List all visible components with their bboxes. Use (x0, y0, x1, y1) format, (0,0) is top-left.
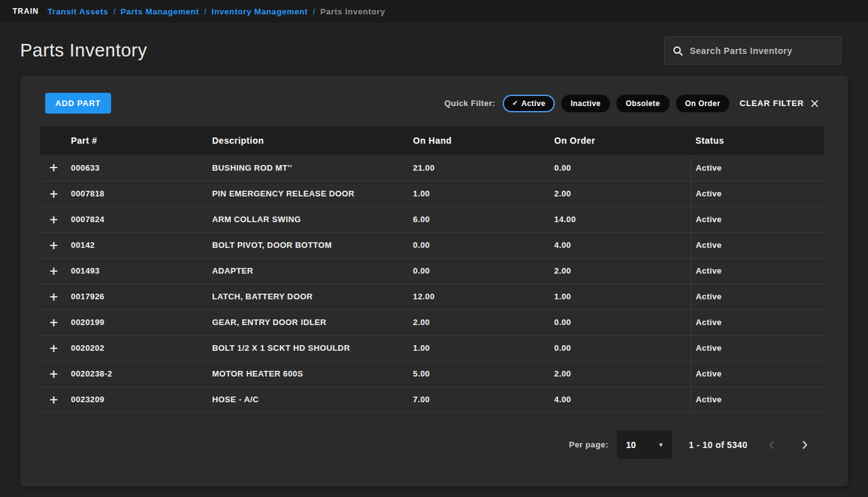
filter-chip-label: Active (522, 99, 545, 108)
cell-part-number: 0007824 (66, 206, 207, 232)
cell-on-order: 4.00 (549, 232, 690, 258)
expand-row-button[interactable]: + (45, 291, 58, 302)
cell-description: BOLT 1/2 X 1 SCKT HD SHOULDR (207, 335, 408, 361)
expand-row-button[interactable]: + (45, 394, 58, 405)
topbar: TRAIN Transit Assets/Parts Management/In… (0, 0, 868, 23)
expand-row-button[interactable]: + (45, 343, 58, 354)
cell-on-hand: 6.00 (408, 206, 549, 232)
cell-part-number: 0020199 (66, 309, 207, 335)
cell-status: Active (690, 335, 824, 361)
page-header: Parts Inventory (0, 23, 868, 76)
cell-status: Active (690, 387, 824, 412)
column-part: Part # (66, 126, 207, 155)
check-icon: ✓ (512, 99, 518, 107)
cell-part-number: 000633 (66, 155, 207, 181)
per-page-select[interactable]: 10 ▼ (617, 430, 672, 459)
cell-on-hand: 12.00 (408, 284, 549, 309)
table-row: + 0007818 PIN EMERGENCY RELEASE DOOR 1.0… (40, 181, 824, 206)
toolbar: ADD PART Quick Filter: ✓ Active ✓ Inacti… (20, 76, 848, 126)
column-status: Status (690, 126, 824, 155)
caret-down-icon: ▼ (658, 442, 664, 448)
table-row: + 0020202 BOLT 1/2 X 1 SCKT HD SHOULDR 1… (40, 335, 824, 361)
cell-status: Active (690, 206, 824, 232)
pagination-range: 1 - 10 of 5340 (689, 440, 747, 450)
filter-chip-list: ✓ Active ✓ Inactive ✓ Obsolete ✓ On Orde… (503, 95, 729, 112)
cell-on-order: 4.00 (549, 387, 690, 412)
cell-description: BOLT PIVOT, DOOR BOTTOM (207, 232, 408, 258)
filter-chip[interactable]: ✓ On Order (676, 95, 730, 112)
expand-row-button[interactable]: + (45, 265, 58, 277)
cell-on-hand: 21.00 (408, 155, 549, 181)
quick-filter-label: Quick Filter: (444, 99, 495, 108)
filter-chip[interactable]: ✓ Obsolete (616, 95, 670, 112)
app-brand: TRAIN (13, 7, 39, 16)
breadcrumb-separator: / (113, 7, 115, 16)
parts-table: Part # Description On Hand On Order Stat… (40, 126, 824, 413)
cell-description: GEAR, ENTRY DOOR IDLER (207, 309, 408, 335)
column-on-order: On Order (549, 126, 690, 155)
cell-status: Active (690, 258, 824, 284)
cell-description: ARM COLLAR SWING (207, 206, 408, 232)
breadcrumb: Transit Assets/Parts Management/Inventor… (48, 7, 385, 16)
clear-filter-label: CLEAR FILTER (739, 99, 804, 108)
column-description: Description (207, 126, 408, 155)
expand-row-button[interactable]: + (45, 368, 58, 380)
cell-on-order: 2.00 (549, 361, 690, 387)
add-part-button[interactable]: ADD PART (45, 93, 111, 114)
per-page-value: 10 (626, 440, 636, 450)
cell-on-hand: 7.00 (408, 387, 549, 412)
close-icon (810, 99, 819, 108)
cell-on-hand: 2.00 (408, 309, 549, 335)
table-row: + 0017926 LATCH, BATTERY DOOR 12.00 1.00… (40, 284, 824, 309)
expand-row-button[interactable]: + (45, 214, 58, 225)
table-row: + 0020199 GEAR, ENTRY DOOR IDLER 2.00 0.… (40, 309, 824, 335)
cell-description: BUSHING ROD MT'' (207, 155, 408, 181)
expand-row-button[interactable]: + (45, 188, 58, 200)
table-body: + 000633 BUSHING ROD MT'' 21.00 0.00 Act… (40, 155, 824, 412)
breadcrumb-item[interactable]: Parts Management (121, 7, 199, 16)
quick-filters: Quick Filter: ✓ Active ✓ Inactive ✓ Obso… (444, 95, 819, 112)
cell-on-order: 2.00 (549, 181, 690, 206)
search-input[interactable] (690, 46, 833, 56)
filter-chip[interactable]: ✓ Active (503, 95, 555, 112)
cell-status: Active (690, 155, 824, 181)
expand-row-button[interactable]: + (45, 317, 58, 328)
expand-row-button[interactable]: + (45, 162, 58, 173)
cell-on-order: 1.00 (549, 284, 690, 309)
chevron-right-icon (799, 439, 810, 451)
breadcrumb-item[interactable]: Inventory Management (212, 7, 308, 16)
cell-on-order: 2.00 (549, 258, 690, 284)
search-box[interactable] (664, 36, 842, 65)
previous-page-button[interactable] (764, 437, 780, 453)
page-title: Parts Inventory (20, 40, 147, 61)
breadcrumb-separator: / (313, 7, 316, 16)
filter-chip[interactable]: ✓ Inactive (561, 95, 610, 112)
cell-status: Active (690, 232, 824, 258)
next-page-button[interactable] (796, 437, 813, 453)
parts-inventory-card: ADD PART Quick Filter: ✓ Active ✓ Inacti… (20, 76, 848, 486)
cell-on-hand: 0.00 (408, 258, 549, 284)
cell-on-hand: 1.00 (408, 181, 549, 206)
cell-part-number: 001493 (66, 258, 207, 284)
filter-chip-label: On Order (685, 99, 721, 108)
cell-part-number: 0017926 (66, 284, 207, 309)
cell-part-number: 0020238-2 (66, 361, 207, 387)
cell-description: PIN EMERGENCY RELEASE DOOR (207, 181, 408, 206)
filter-chip-label: Inactive (571, 99, 601, 108)
cell-description: ADAPTER (207, 258, 408, 284)
chevron-left-icon (766, 439, 778, 451)
cell-on-order: 0.00 (549, 155, 690, 181)
expand-row-button[interactable]: + (45, 240, 58, 251)
clear-filter-button[interactable]: CLEAR FILTER (739, 99, 819, 108)
column-expander (40, 126, 66, 155)
cell-part-number: 00142 (66, 232, 207, 258)
table-row: + 0023209 HOSE - A/C 7.00 4.00 Active (40, 387, 824, 412)
cell-part-number: 0023209 (66, 387, 207, 412)
breadcrumb-separator: / (204, 7, 206, 16)
cell-part-number: 0020202 (66, 335, 207, 361)
table-row: + 000633 BUSHING ROD MT'' 21.00 0.00 Act… (40, 155, 824, 181)
per-page-label: Per page: (569, 440, 609, 449)
cell-status: Active (690, 181, 824, 206)
breadcrumb-item[interactable]: Transit Assets (48, 7, 109, 16)
breadcrumb-item: Parts Inventory (320, 7, 385, 16)
